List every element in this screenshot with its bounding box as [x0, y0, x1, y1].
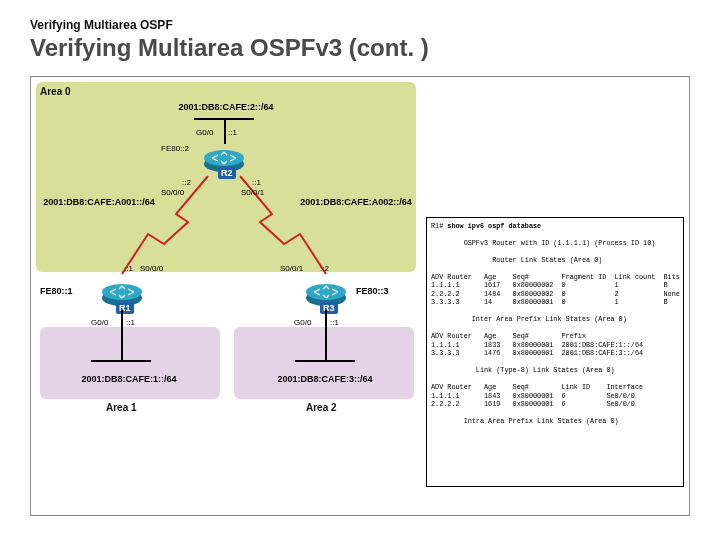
- if-r3-g00-sub: ::1: [330, 318, 339, 327]
- area-1-label: Area 1: [106, 402, 137, 413]
- area-2-box: [234, 327, 414, 399]
- cli-row: 3.3.3.3 1476 0x80000001 2001:DB8:CAFE:3:…: [431, 349, 643, 357]
- if-r3-g00: G0/0: [294, 318, 311, 327]
- content-frame: Area 0 Area 1 Area 2 2001:DB8:CAFE:2::/6…: [30, 76, 690, 516]
- if-r2-g00: G0/0: [196, 128, 213, 137]
- if-r3-s001: S0/0/1: [280, 264, 303, 273]
- net-bottom-right: 2001:DB8:CAFE:3::/64: [250, 374, 400, 384]
- cli-command: show ipv6 ospf database: [447, 222, 541, 230]
- cli-row: 1.1.1.1 1617 0x80000002 0 1 B: [431, 281, 668, 289]
- link-r2-top-bar: [194, 118, 254, 120]
- cli-output: R1# show ipv6 ospf database OSPFv3 Route…: [426, 217, 684, 487]
- topology-diagram: Area 0 Area 1 Area 2 2001:DB8:CAFE:2::/6…: [36, 82, 416, 412]
- net-bottom-left: 2001:DB8:CAFE:1::/64: [54, 374, 204, 384]
- cli-row: 1.1.1.1 1843 0x80000001 6 Se0/0/0: [431, 392, 635, 400]
- slide-title: Verifying Multiarea OSPFv3 (cont. ): [30, 34, 690, 62]
- if-r1-s000-sub: ::1: [124, 264, 133, 273]
- cli-section4: Intra Area Prefix Link States (Area 0): [431, 417, 619, 425]
- area-1-box: [40, 327, 220, 399]
- link-r1-bottom: [121, 310, 123, 360]
- cli-header1: OSPFv3 Router with ID (1.1.1.1) (Process…: [431, 239, 655, 247]
- cli-row: 2.2.2.2 1484 0x80000002 0 2 None: [431, 290, 680, 298]
- if-r2-s001-sub: ::1: [252, 178, 261, 187]
- cli-section1: Router Link States (Area 0): [431, 256, 602, 264]
- cli-h3: ADV Router Age Seq# Link ID Interface: [431, 383, 643, 391]
- fe80-r1: FE80::1: [40, 286, 73, 296]
- cli-prompt: R1#: [431, 222, 447, 230]
- fe80-r2: FE80::2: [161, 144, 189, 153]
- cli-section2: Inter Area Prefix Link States (Area 0): [431, 315, 627, 323]
- cli-row: 3.3.3.3 14 0x80000001 0 1 B: [431, 298, 668, 306]
- if-r2-s001: S0/0/1: [241, 188, 264, 197]
- if-r3-s001-sub: ::2: [320, 264, 329, 273]
- if-r2-s000: S0/0/0: [161, 188, 184, 197]
- cli-row: 1.1.1.1 1833 0x80000001 2001:DB8:CAFE:1:…: [431, 341, 643, 349]
- if-r1-s000: S0/0/0: [140, 264, 163, 273]
- r1-label: R1: [116, 302, 134, 314]
- cli-row: 2.2.2.2 1619 0x80000001 6 Se0/0/0: [431, 400, 635, 408]
- link-r3-bottom-bar: [295, 360, 355, 362]
- slide-subtitle: Verifying Multiarea OSPF: [30, 18, 690, 32]
- if-r1-g00-sub: ::1: [126, 318, 135, 327]
- area-0-label: Area 0: [40, 86, 71, 97]
- if-r2-g00-sub: ::1: [228, 128, 237, 137]
- if-r2-s000-sub: ::2: [182, 178, 191, 187]
- if-r1-g00: G0/0: [91, 318, 108, 327]
- area-2-label: Area 2: [306, 402, 337, 413]
- link-r1-bottom-bar: [91, 360, 151, 362]
- link-r3-bottom: [325, 310, 327, 360]
- link-r2-top: [224, 118, 226, 144]
- cli-section3: Link (Type-8) Link States (Area 0): [431, 366, 615, 374]
- cli-h1: ADV Router Age Seq# Fragment ID Link cou…: [431, 273, 680, 281]
- fe80-r3: FE80::3: [356, 286, 389, 296]
- slide-root: Verifying Multiarea OSPF Verifying Multi…: [0, 0, 720, 540]
- net-top: 2001:DB8:CAFE:2::/64: [156, 102, 296, 112]
- cli-h2: ADV Router Age Seq# Prefix: [431, 332, 586, 340]
- r3-label: R3: [320, 302, 338, 314]
